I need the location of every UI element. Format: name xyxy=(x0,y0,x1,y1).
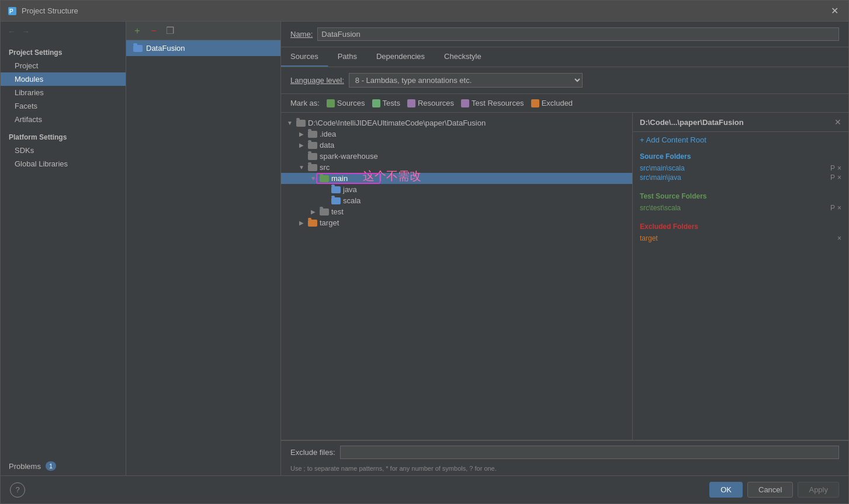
src-expand-icon: ▼ xyxy=(297,164,306,172)
module-item-datafusion[interactable]: DataFusion xyxy=(126,40,280,56)
sidebar-item-artifacts[interactable]: Artifacts xyxy=(1,113,126,126)
tree-node-java[interactable]: ▶ java xyxy=(281,184,632,195)
tree-node-idea[interactable]: ▶ .idea xyxy=(281,128,632,140)
excluded-target-remove[interactable]: × xyxy=(837,234,841,242)
main-expand-icon: ▼ xyxy=(309,175,317,183)
test-expand-icon: ▶ xyxy=(309,208,317,216)
tab-paths[interactable]: Paths xyxy=(328,47,367,67)
tree-node-spark[interactable]: ▶ spark-warehouse xyxy=(281,151,632,162)
bottom-bar: ? OK Cancel Apply xyxy=(1,475,848,503)
language-level-select[interactable]: 8 - Lambdas, type annotations etc. xyxy=(349,73,583,88)
project-structure-dialog: P Project Structure ✕ ← → Project Settin… xyxy=(0,0,849,504)
tab-sources[interactable]: Sources xyxy=(281,47,328,67)
excluded-folders-title: Excluded Folders xyxy=(640,223,841,231)
test-source-folders-title: Test Source Folders xyxy=(640,192,841,200)
mark-sources-btn[interactable]: Sources xyxy=(327,99,365,107)
source-folders-title: Source Folders xyxy=(640,152,841,161)
java-label: java xyxy=(343,185,357,194)
target-label: target xyxy=(320,218,339,227)
tree-node-root[interactable]: ▼ D:\Code\IntelliJIDEAUltimateCode\paper… xyxy=(281,117,632,128)
spark-folder-icon xyxy=(308,153,317,160)
test-scala-remove[interactable]: × xyxy=(837,204,841,212)
tree-node-data[interactable]: ▶ data xyxy=(281,140,632,151)
tree-right-area: ▼ D:\Code\IntelliJIDEAUltimateCode\paper… xyxy=(281,113,848,440)
tree-node-src[interactable]: ▼ src xyxy=(281,162,632,173)
problems-item[interactable]: Problems 1 xyxy=(1,457,126,475)
source-java-pencil[interactable]: P xyxy=(830,173,835,182)
main-content: Name: Sources Paths Dependencies Checkst… xyxy=(281,22,848,475)
data-folder-icon xyxy=(308,142,317,149)
sidebar-item-libraries[interactable]: Libraries xyxy=(1,86,126,99)
app-icon: P xyxy=(8,6,17,16)
mark-tests-btn[interactable]: Tests xyxy=(372,99,400,107)
language-level-row: Language level: 8 - Lambdas, type annota… xyxy=(281,67,848,94)
sidebar-item-project[interactable]: Project xyxy=(1,59,126,72)
data-expand-icon: ▶ xyxy=(297,141,306,150)
tabs-bar: Sources Paths Dependencies Checkstyle xyxy=(281,47,848,67)
tab-content-sources: Language level: 8 - Lambdas, type annota… xyxy=(281,67,848,475)
mark-test-resources-btn[interactable]: Test Resources xyxy=(461,99,524,107)
add-module-button[interactable]: + xyxy=(131,25,144,37)
mark-excluded-btn[interactable]: Excluded xyxy=(531,99,573,107)
sidebar-item-global-libraries[interactable]: Global Libraries xyxy=(1,157,126,171)
test-label: test xyxy=(331,207,344,216)
tab-checkstyle[interactable]: Checkstyle xyxy=(435,47,491,67)
add-content-root-btn[interactable]: + Add Content Root xyxy=(633,132,848,148)
source-java-remove[interactable]: × xyxy=(837,173,841,182)
mark-as-row: Mark as: Sources Tests Resources xyxy=(281,94,848,113)
sidebar-item-sdks[interactable]: SDKs xyxy=(1,144,126,157)
test-scala-pencil[interactable]: P xyxy=(830,204,835,212)
scala-folder-icon xyxy=(331,197,341,204)
source-entry-java: src\main\java P × xyxy=(640,173,841,182)
test-source-entry-scala: src\test\scala P × xyxy=(640,204,841,212)
resources-color-dot xyxy=(407,99,415,107)
test-scala-path: src\test\scala xyxy=(640,204,681,212)
root-path-label: D:\Code\IntelliJIDEAUltimateCode\paper\D… xyxy=(308,119,486,127)
idea-folder-icon xyxy=(308,131,317,138)
sidebar: ← → Project Settings Project Modules Lib… xyxy=(1,22,126,475)
tab-dependencies[interactable]: Dependencies xyxy=(367,47,435,67)
remove-module-button[interactable]: − xyxy=(147,25,160,37)
back-button[interactable]: ← xyxy=(5,25,18,38)
test-folder-icon xyxy=(320,208,329,215)
apply-button[interactable]: Apply xyxy=(798,482,839,498)
sources-color-dot xyxy=(327,99,335,107)
close-button[interactable]: ✕ xyxy=(827,4,841,18)
tree-node-test[interactable]: ▶ test xyxy=(281,206,632,217)
platform-settings-label: Platform Settings xyxy=(1,126,126,144)
module-item-label: DataFusion xyxy=(146,44,185,53)
name-input[interactable] xyxy=(317,27,839,41)
tree-node-target[interactable]: ▶ target xyxy=(281,217,632,228)
mark-resources-btn[interactable]: Resources xyxy=(407,99,454,107)
module-list: DataFusion xyxy=(126,40,280,475)
ok-button[interactable]: OK xyxy=(709,482,743,498)
name-row: Name: xyxy=(281,22,848,47)
copy-module-button[interactable]: ❐ xyxy=(164,25,176,37)
module-toolbar: + − ❐ xyxy=(126,22,280,40)
main-label: main xyxy=(331,174,348,183)
right-panel: D:\Code\...\paper\DataFusion ✕ + Add Con… xyxy=(632,113,848,440)
java-folder-icon xyxy=(331,186,341,193)
exclude-files-input[interactable] xyxy=(340,446,839,459)
help-button[interactable]: ? xyxy=(10,482,25,498)
forward-button[interactable]: → xyxy=(19,25,32,38)
source-scala-pencil[interactable]: P xyxy=(830,164,835,172)
sidebar-item-facets[interactable]: Facets xyxy=(1,99,126,113)
right-panel-close[interactable]: ✕ xyxy=(834,117,841,127)
source-java-path: src\main\java xyxy=(640,173,681,182)
tree-node-scala[interactable]: ▶ scala xyxy=(281,195,632,206)
right-panel-header: D:\Code\...\paper\DataFusion ✕ xyxy=(633,113,848,132)
exclude-hint: Use ; to separate name patterns, * for a… xyxy=(281,464,848,475)
sidebar-item-modules[interactable]: Modules xyxy=(1,72,126,86)
tests-color-dot xyxy=(372,99,380,107)
language-level-label: Language level: xyxy=(290,76,344,85)
test-source-folders-section: Test Source Folders src\test\scala P × xyxy=(633,187,848,218)
source-scala-remove[interactable]: × xyxy=(837,164,841,172)
right-panel-path: D:\Code\...\paper\DataFusion xyxy=(640,118,744,127)
main-folder-icon xyxy=(320,175,329,182)
module-panel: + − ❐ DataFusion xyxy=(126,22,281,475)
cancel-button[interactable]: Cancel xyxy=(747,482,793,498)
tree-node-main[interactable]: ▼ main 这个不需改 ← xyxy=(281,173,632,184)
source-folders-section: Source Folders src\main\scala P × src\ma… xyxy=(633,148,848,187)
name-label: Name: xyxy=(290,30,313,39)
